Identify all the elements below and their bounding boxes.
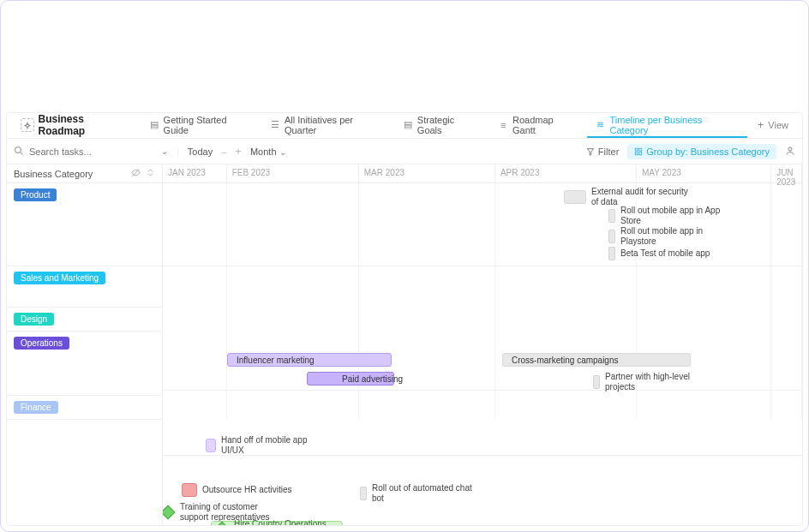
category-cell[interactable]: Design xyxy=(7,308,162,332)
category-badge: Finance xyxy=(14,401,58,414)
timeline-grid[interactable]: External audit for security of dataRoll … xyxy=(163,183,802,420)
task-item[interactable]: Roll out mobile app in Playstore xyxy=(608,226,723,246)
task-bar[interactable] xyxy=(182,483,197,497)
left-header: Business Category xyxy=(7,164,162,183)
category-badge: Product xyxy=(14,188,57,201)
scale-select[interactable]: Month ⌄ xyxy=(250,146,286,157)
app-frame: ⟡ Business Roadmap ▤ Getting Started Gui… xyxy=(0,0,809,532)
month-header: FEB 2023 xyxy=(227,164,359,182)
task-item[interactable]: Roll out mobile app in App Store xyxy=(608,206,723,225)
task-label: Roll out of automated chat bot xyxy=(372,483,475,503)
task-label: Influencer marketing xyxy=(237,356,315,365)
zoom-out[interactable]: – xyxy=(221,146,226,157)
svg-rect-6 xyxy=(639,152,642,154)
task-item[interactable]: Influencer marketing xyxy=(227,353,392,367)
search-icon xyxy=(14,146,24,158)
doc-icon: ▤ xyxy=(149,120,159,130)
month-header: JAN 2023 xyxy=(163,164,227,182)
task-bar[interactable] xyxy=(564,190,586,204)
task-handle[interactable] xyxy=(608,247,615,260)
tab-label: Roadmap Gantt xyxy=(512,115,577,135)
left-column: Business Category ProductSales and Marke… xyxy=(7,164,163,525)
timeline-row: Outsource HR activitiesTraining of custo… xyxy=(163,480,802,525)
month-header: JUN 2023 xyxy=(771,164,802,182)
group-column-label: Business Category xyxy=(14,169,93,179)
task-handle[interactable] xyxy=(608,209,615,223)
task-item[interactable]: Beta Test of mobile app xyxy=(608,247,710,260)
task-label: Hand off of mobile app UI/UX xyxy=(221,435,324,455)
task-bar[interactable]: Cross-marketing campaigns xyxy=(502,353,691,367)
filter-icon xyxy=(586,147,595,156)
tab-initiatives[interactable]: ☰ All Initiatives per Quarter xyxy=(261,114,393,138)
month-header: MAR 2023 xyxy=(359,164,495,182)
task-handle[interactable] xyxy=(608,230,615,243)
task-label: External audit for security of data xyxy=(591,187,694,206)
timeline-icon: ≋ xyxy=(596,120,606,130)
task-item[interactable]: Hand off of mobile app UI/UX xyxy=(206,435,324,455)
category-cell[interactable]: Finance xyxy=(7,396,162,420)
filter-button[interactable]: Filter xyxy=(586,146,619,157)
tab-strategic-goals[interactable]: ▤ Strategic Goals xyxy=(394,114,488,138)
task-label: Roll out mobile app in Playstore xyxy=(620,226,723,246)
doc-icon: ▤ xyxy=(403,120,413,130)
svg-rect-3 xyxy=(636,148,638,151)
task-label: Roll out mobile app in App Store xyxy=(620,206,723,225)
search-wrap: ⌄ xyxy=(14,146,168,158)
months-header: JAN 2023FEB 2023MAR 2023APR 2023MAY 2023… xyxy=(163,164,802,183)
task-item[interactable]: Outsource HR activities xyxy=(182,483,291,497)
roadmap-icon: ⟡ xyxy=(21,118,34,132)
tab-label: Timeline per Business Category xyxy=(610,115,739,135)
tab-main-label: Business Roadmap xyxy=(39,113,131,137)
list-icon: ☰ xyxy=(270,120,280,130)
people-icon[interactable] xyxy=(785,146,795,158)
tab-label: All Initiatives per Quarter xyxy=(285,115,384,135)
task-item[interactable]: Roll out of automated chat bot xyxy=(360,483,475,503)
tab-main[interactable]: ⟡ Business Roadmap xyxy=(12,114,139,138)
category-cell[interactable]: Operations xyxy=(7,332,162,396)
tab-getting-started[interactable]: ▤ Getting Started Guide xyxy=(141,114,260,138)
task-label: Cross-marketing campaigns xyxy=(512,356,619,365)
task-item[interactable]: Cross-marketing campaigns xyxy=(502,353,691,367)
zoom-in[interactable]: + xyxy=(235,145,242,158)
task-label: Partner with high-level projects xyxy=(605,372,708,392)
task-bar[interactable]: Paid advertising xyxy=(307,372,394,386)
tab-roadmap-gantt[interactable]: ≡ Roadmap Gantt xyxy=(489,114,585,138)
chevron-down-icon[interactable]: ⌄ xyxy=(161,146,168,156)
view-tabs: ⟡ Business Roadmap ▤ Getting Started Gui… xyxy=(7,113,802,139)
timeline: Business Category ProductSales and Marke… xyxy=(7,164,802,525)
category-badge: Design xyxy=(14,313,54,326)
task-item[interactable]: Partner with high-level projects xyxy=(593,372,708,392)
toolbar-right: Filter Group by: Business Category xyxy=(586,144,795,159)
add-view-button[interactable]: + View xyxy=(749,114,797,138)
eye-off-icon[interactable] xyxy=(131,168,141,179)
category-cell[interactable]: Product xyxy=(7,183,162,266)
add-view-label: View xyxy=(768,120,788,130)
timeline-row: Influencer marketingPaid advertisingCros… xyxy=(163,350,802,391)
today-button[interactable]: Today xyxy=(188,146,213,157)
category-cell[interactable]: Sales and Marketing xyxy=(7,266,162,308)
inner-panel: ⟡ Business Roadmap ▤ Getting Started Gui… xyxy=(6,112,803,526)
svg-rect-4 xyxy=(639,148,642,151)
task-label: Paid advertising xyxy=(342,374,403,384)
task-item[interactable]: Hire Country Operations Manager xyxy=(211,521,343,525)
svg-point-7 xyxy=(788,147,792,151)
plus-icon: + xyxy=(758,118,764,131)
group-by-pill[interactable]: Group by: Business Category xyxy=(627,144,776,159)
task-label: Hire Country Operations Manager xyxy=(234,519,333,525)
task-handle[interactable] xyxy=(593,375,600,389)
category-badge: Sales and Marketing xyxy=(14,272,105,284)
svg-marker-2 xyxy=(587,148,594,155)
task-bar[interactable]: Influencer marketing xyxy=(227,353,392,367)
task-handle[interactable] xyxy=(360,487,367,500)
task-bar[interactable]: Hire Country Operations Manager xyxy=(211,521,343,525)
month-header: APR 2023 xyxy=(495,164,637,182)
search-input[interactable] xyxy=(29,146,156,157)
task-item[interactable]: External audit for security of data xyxy=(564,187,694,206)
task-label: Beta Test of mobile app xyxy=(620,248,710,259)
category-badge: Operations xyxy=(14,337,69,350)
task-bar[interactable] xyxy=(206,439,216,452)
task-item[interactable]: Paid advertising xyxy=(307,372,394,386)
milestone-icon[interactable] xyxy=(163,505,175,519)
collapse-icon[interactable] xyxy=(146,168,155,179)
tab-timeline-category[interactable]: ≋ Timeline per Business Category xyxy=(587,114,747,138)
